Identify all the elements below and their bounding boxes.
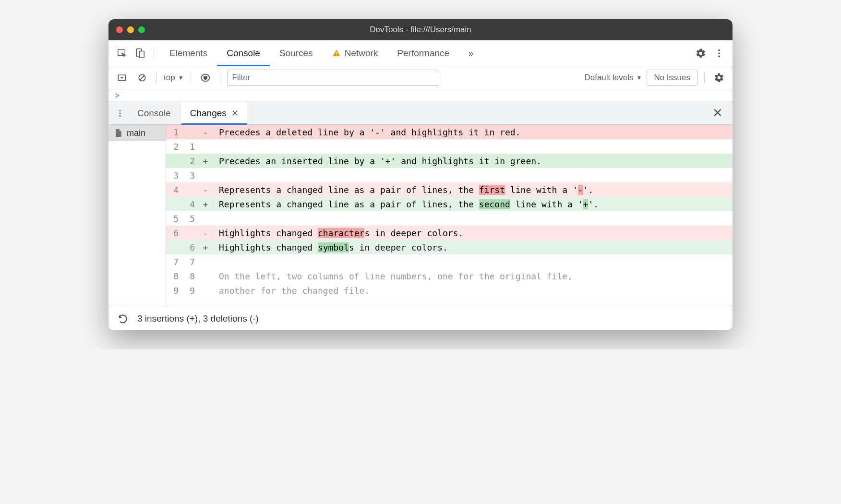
old-line-number: 8 bbox=[166, 271, 182, 281]
main-tabs: Elements Console Sources Network Perform… bbox=[160, 40, 483, 66]
drawer-menu-icon[interactable] bbox=[113, 107, 127, 120]
dropdown-caret-icon: ▼ bbox=[637, 74, 642, 81]
diff-line: 6-Highlights changed characters in deepe… bbox=[166, 226, 733, 240]
diff-line: 1-Precedes a deleted line by a '-' and h… bbox=[166, 125, 733, 139]
live-expression-icon[interactable] bbox=[198, 70, 213, 85]
diff-line: 21 bbox=[166, 139, 733, 154]
old-line-number: 3 bbox=[166, 170, 182, 180]
console-settings-icon[interactable] bbox=[711, 70, 727, 85]
new-line-number: 8 bbox=[182, 271, 199, 281]
console-toolbar: top ▼ Default levels ▼ No Issues bbox=[108, 66, 733, 89]
diff-code: Represents a changed line as a pair of l… bbox=[213, 199, 733, 209]
old-line-number: 7 bbox=[166, 257, 182, 267]
drawer-tab-changes-label: Changes bbox=[190, 108, 227, 119]
separator bbox=[156, 72, 157, 83]
file-icon bbox=[113, 128, 123, 138]
context-selector[interactable]: top ▼ bbox=[164, 73, 184, 83]
diff-marker: + bbox=[199, 242, 213, 252]
file-item-main[interactable]: main bbox=[108, 125, 166, 141]
close-tab-icon[interactable]: ✕ bbox=[231, 108, 239, 119]
diff-marker: - bbox=[199, 127, 213, 137]
tab-elements[interactable]: Elements bbox=[160, 40, 217, 66]
svg-point-7 bbox=[718, 55, 720, 57]
new-line-number: 4 bbox=[182, 199, 199, 209]
tab-sources[interactable]: Sources bbox=[270, 40, 323, 66]
changes-panel: main 1-Precedes a deleted line by a '-' … bbox=[108, 125, 733, 307]
changes-footer: 3 insertions (+), 3 deletions (-) bbox=[108, 307, 733, 330]
diff-code: Highlights changed characters in deeper … bbox=[213, 228, 733, 238]
drawer-tab-console[interactable]: Console bbox=[129, 102, 180, 125]
file-name-label: main bbox=[127, 128, 145, 138]
diff-line: 77 bbox=[166, 254, 733, 269]
close-window-button[interactable] bbox=[116, 26, 123, 33]
diff-code: Highlights changed symbols in deeper col… bbox=[213, 242, 733, 252]
diff-line: 99another for the changed file. bbox=[166, 283, 733, 298]
old-line-number: 1 bbox=[166, 127, 182, 137]
diff-line: 33 bbox=[166, 168, 733, 182]
tab-network-label: Network bbox=[345, 48, 378, 59]
diff-marker: + bbox=[199, 156, 213, 166]
separator bbox=[704, 72, 705, 83]
device-toolbar-icon[interactable] bbox=[132, 46, 148, 61]
kebab-menu-icon[interactable] bbox=[711, 46, 727, 61]
file-tree: main bbox=[108, 125, 166, 307]
diff-marker: - bbox=[199, 228, 213, 238]
warning-icon bbox=[332, 49, 341, 58]
inspect-element-icon[interactable] bbox=[114, 46, 130, 61]
diff-line: 6+Highlights changed symbols in deeper c… bbox=[166, 240, 733, 254]
maximize-window-button[interactable] bbox=[138, 26, 145, 33]
issues-button[interactable]: No Issues bbox=[647, 70, 697, 86]
old-line-number: 4 bbox=[166, 185, 182, 195]
old-line-number: 5 bbox=[166, 214, 182, 224]
close-drawer-icon[interactable]: ✕ bbox=[708, 106, 728, 120]
svg-point-14 bbox=[120, 115, 121, 116]
devtools-window: DevTools - file:///Users/main Elements C… bbox=[108, 19, 733, 330]
dropdown-caret-icon: ▼ bbox=[178, 74, 184, 81]
tab-console[interactable]: Console bbox=[217, 40, 270, 66]
diff-code: On the left, two columns of line numbers… bbox=[213, 271, 733, 281]
drawer-tabs: Console Changes ✕ ✕ bbox=[108, 102, 733, 125]
traffic-lights bbox=[116, 26, 145, 33]
separator bbox=[191, 72, 191, 83]
clear-console-icon[interactable] bbox=[134, 70, 150, 85]
svg-rect-3 bbox=[336, 52, 337, 54]
tab-network[interactable]: Network bbox=[323, 40, 388, 66]
svg-point-11 bbox=[203, 75, 207, 79]
sidebar-toggle-icon[interactable] bbox=[114, 70, 130, 85]
revert-icon[interactable] bbox=[117, 313, 129, 324]
old-line-number: 9 bbox=[166, 286, 182, 296]
old-line-number: 6 bbox=[166, 228, 182, 238]
diff-marker: - bbox=[199, 185, 213, 195]
svg-rect-4 bbox=[336, 54, 337, 55]
console-prompt[interactable]: > bbox=[108, 89, 733, 102]
diff-marker: + bbox=[199, 199, 213, 209]
diff-view[interactable]: 1-Precedes a deleted line by a '-' and h… bbox=[166, 125, 733, 307]
new-line-number: 7 bbox=[182, 257, 199, 267]
minimize-window-button[interactable] bbox=[127, 26, 134, 33]
svg-point-13 bbox=[120, 112, 121, 114]
drawer-tab-changes[interactable]: Changes ✕ bbox=[181, 102, 247, 125]
diff-code: Precedes a deleted line by a '-' and hig… bbox=[213, 127, 733, 137]
diff-code: another for the changed file. bbox=[213, 286, 733, 296]
svg-rect-2 bbox=[139, 51, 144, 58]
diff-code: Represents a changed line as a pair of l… bbox=[213, 185, 733, 195]
log-levels-selector[interactable]: Default levels ▼ bbox=[584, 73, 642, 83]
settings-icon[interactable] bbox=[693, 46, 709, 61]
more-tabs-button[interactable]: » bbox=[459, 40, 483, 66]
svg-line-10 bbox=[140, 75, 144, 80]
svg-point-5 bbox=[718, 49, 720, 51]
window-title: DevTools - file:///Users/main bbox=[370, 25, 471, 35]
separator bbox=[220, 72, 220, 83]
tab-performance[interactable]: Performance bbox=[387, 40, 459, 66]
new-line-number: 5 bbox=[182, 214, 199, 224]
old-line-number: 2 bbox=[166, 142, 182, 152]
diff-line: 2+Precedes an inserted line by a '+' and… bbox=[166, 154, 733, 168]
diff-line: 88On the left, two columns of line numbe… bbox=[166, 269, 733, 283]
diff-code: Precedes an inserted line by a '+' and h… bbox=[213, 156, 733, 166]
new-line-number: 1 bbox=[182, 142, 199, 152]
filter-input[interactable] bbox=[227, 70, 438, 86]
changes-summary: 3 insertions (+), 3 deletions (-) bbox=[137, 313, 259, 324]
diff-line: 4+Represents a changed line as a pair of… bbox=[166, 197, 733, 211]
prompt-caret: > bbox=[115, 91, 120, 100]
new-line-number: 6 bbox=[182, 242, 199, 252]
